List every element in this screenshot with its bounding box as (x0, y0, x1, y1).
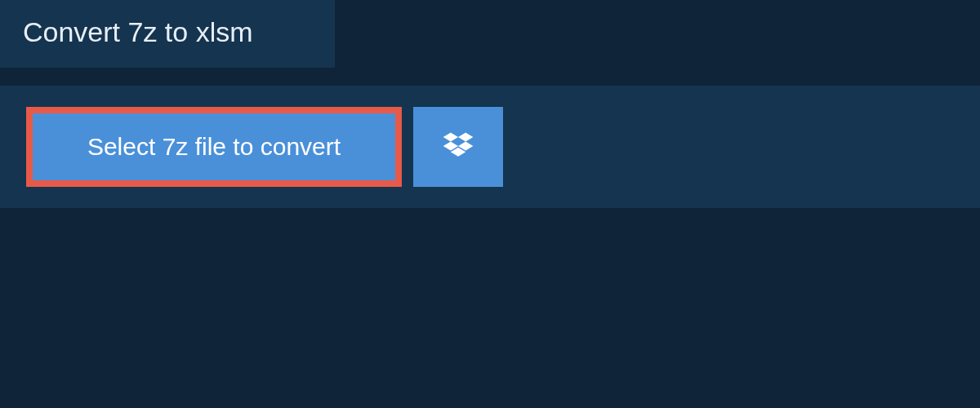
page-title: Convert 7z to xlsm (23, 16, 253, 47)
select-file-button[interactable]: Select 7z file to convert (26, 107, 402, 187)
select-file-label: Select 7z file to convert (87, 133, 341, 161)
action-panel: Select 7z file to convert (0, 86, 980, 208)
page-title-tab: Convert 7z to xlsm (0, 0, 335, 68)
dropbox-icon (440, 128, 476, 166)
button-row: Select 7z file to convert (26, 107, 954, 187)
dropbox-button[interactable] (413, 107, 503, 187)
